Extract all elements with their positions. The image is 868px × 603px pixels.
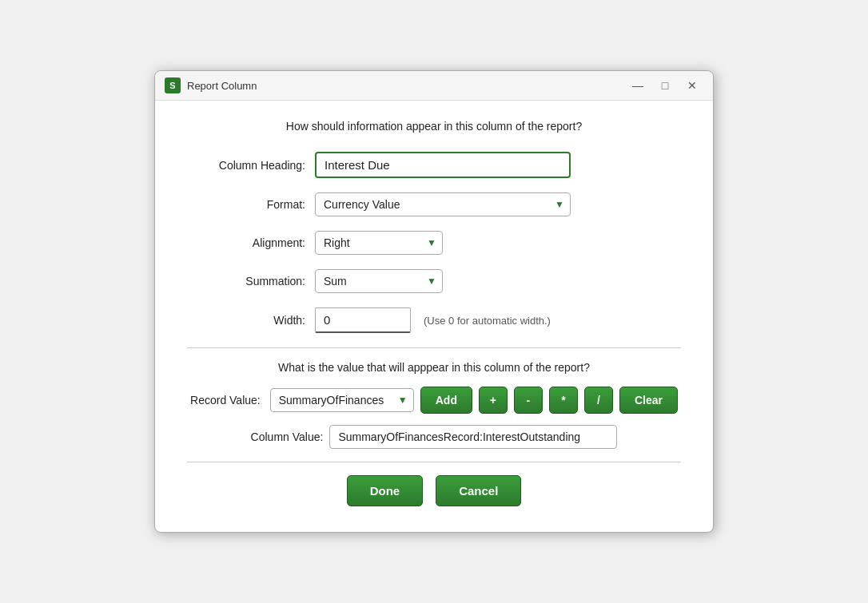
alignment-select-wrapper: Right Left Center ▼ bbox=[315, 231, 443, 255]
cancel-button[interactable]: Cancel bbox=[436, 475, 521, 506]
column-value-row: Column Value: bbox=[187, 425, 681, 449]
close-button[interactable]: ✕ bbox=[681, 77, 703, 93]
alignment-row: Alignment: Right Left Center ▼ bbox=[187, 231, 681, 255]
title-bar-left: S Report Column bbox=[165, 77, 257, 93]
report-column-dialog: S Report Column — □ ✕ How should informa… bbox=[154, 70, 714, 533]
column-heading-row: Column Heading: bbox=[187, 152, 681, 178]
summation-row: Summation: Sum None Average Count ▼ bbox=[187, 269, 681, 293]
alignment-label: Alignment: bbox=[187, 236, 315, 249]
bottom-buttons: Done Cancel bbox=[187, 475, 681, 516]
top-question: How should information appear in this co… bbox=[187, 120, 681, 133]
width-hint: (Use 0 for automatic width.) bbox=[424, 315, 551, 327]
summation-select[interactable]: Sum None Average Count bbox=[315, 269, 443, 293]
width-input[interactable] bbox=[315, 307, 411, 333]
column-value-label: Column Value: bbox=[251, 430, 324, 443]
window-title: Report Column bbox=[187, 80, 257, 92]
record-value-label: Record Value: bbox=[190, 394, 261, 407]
plus-button[interactable]: + bbox=[479, 387, 508, 414]
minimize-button[interactable]: — bbox=[627, 77, 649, 93]
record-value-row: Record Value: SummaryOfFinances OtherRec… bbox=[187, 387, 681, 414]
maximize-button[interactable]: □ bbox=[654, 77, 676, 93]
format-select[interactable]: Currency Value Text Number Date Percenta… bbox=[315, 192, 571, 216]
summation-select-wrapper: Sum None Average Count ▼ bbox=[315, 269, 443, 293]
clear-button[interactable]: Clear bbox=[619, 387, 678, 414]
record-select[interactable]: SummaryOfFinances OtherRecord bbox=[270, 388, 414, 412]
add-button[interactable]: Add bbox=[420, 387, 472, 414]
format-label: Format: bbox=[187, 198, 315, 211]
multiply-button[interactable]: * bbox=[549, 387, 578, 414]
main-content: How should information appear in this co… bbox=[155, 101, 713, 532]
format-select-wrapper: Currency Value Text Number Date Percenta… bbox=[315, 192, 571, 216]
column-heading-input[interactable] bbox=[315, 152, 571, 178]
alignment-select[interactable]: Right Left Center bbox=[315, 231, 443, 255]
bottom-question: What is the value that will apppear in t… bbox=[187, 361, 681, 374]
title-bar-controls: — □ ✕ bbox=[627, 77, 703, 93]
column-heading-label: Column Heading: bbox=[187, 159, 315, 172]
width-label: Width: bbox=[187, 314, 315, 327]
app-icon: S bbox=[165, 77, 181, 93]
format-row: Format: Currency Value Text Number Date … bbox=[187, 192, 681, 216]
column-value-input[interactable] bbox=[329, 425, 617, 449]
section-divider-top bbox=[187, 347, 681, 348]
summation-label: Summation: bbox=[187, 275, 315, 288]
title-bar: S Report Column — □ ✕ bbox=[155, 71, 713, 101]
done-button[interactable]: Done bbox=[347, 475, 424, 506]
minus-button[interactable]: - bbox=[514, 387, 543, 414]
section-divider-bottom bbox=[187, 462, 681, 462]
divide-button[interactable]: / bbox=[584, 387, 613, 414]
record-select-wrapper: SummaryOfFinances OtherRecord ▼ bbox=[270, 388, 414, 412]
width-row: Width: (Use 0 for automatic width.) bbox=[187, 307, 681, 333]
